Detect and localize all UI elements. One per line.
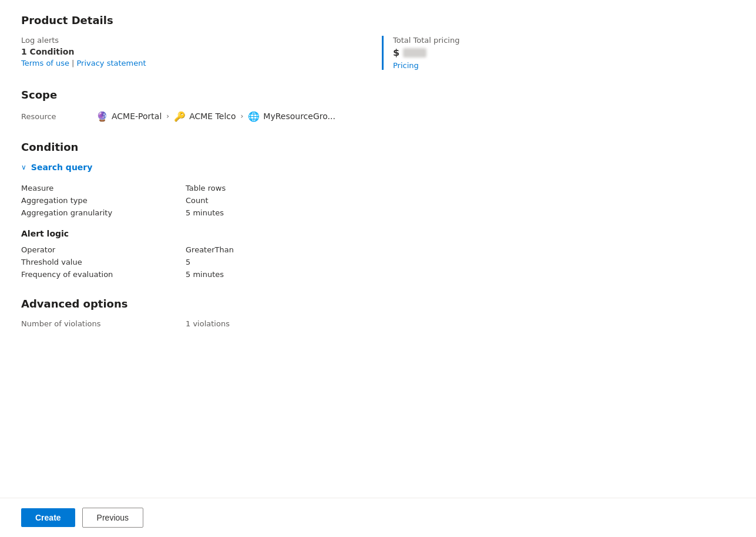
resource-label: Resource bbox=[21, 112, 92, 121]
threshold-row: Threshold value 5 bbox=[21, 258, 735, 266]
create-button[interactable]: Create bbox=[21, 508, 75, 527]
acme-portal-icon: 🔮 bbox=[96, 110, 108, 122]
search-query-link[interactable]: Search query bbox=[31, 163, 93, 172]
frequency-value: 5 minutes bbox=[186, 270, 224, 279]
scope-title: Scope bbox=[21, 89, 735, 101]
previous-button[interactable]: Previous bbox=[82, 508, 143, 528]
links-row: Terms of use | Privacy statement bbox=[21, 59, 363, 67]
alert-logic-title: Alert logic bbox=[21, 229, 735, 238]
resource-item-1: 🔑 ACME Telco bbox=[174, 110, 236, 122]
violations-label: Number of violations bbox=[21, 319, 186, 328]
pricing-link[interactable]: Pricing bbox=[393, 61, 419, 70]
product-details-title: Product Details bbox=[21, 14, 735, 26]
aggregation-type-label: Aggregation type bbox=[21, 196, 186, 205]
product-col-left: Log alerts 1 Condition Terms of use | Pr… bbox=[21, 36, 382, 70]
product-details-section: Product Details Log alerts 1 Condition T… bbox=[21, 14, 735, 70]
price-row: $ bbox=[393, 47, 735, 58]
scope-section: Scope Resource 🔮 ACME-Portal › 🔑 ACME Te… bbox=[21, 89, 735, 122]
operator-label: Operator bbox=[21, 245, 186, 254]
aggregation-granularity-label: Aggregation granularity bbox=[21, 208, 186, 217]
violations-value: 1 violations bbox=[186, 319, 230, 328]
aggregation-type-value: Count bbox=[186, 196, 209, 205]
condition-section: Condition ∨ Search query Measure Table r… bbox=[21, 141, 735, 279]
privacy-statement-link[interactable]: Privacy statement bbox=[76, 59, 146, 67]
alert-logic-subsection: Alert logic Operator GreaterThan Thresho… bbox=[21, 229, 735, 279]
resource-group-name: MyResourceGro... bbox=[263, 112, 335, 121]
aggregation-type-row: Aggregation type Count bbox=[21, 196, 735, 205]
main-content: Product Details Log alerts 1 Condition T… bbox=[0, 0, 756, 537]
product-col-right: Total Total pricing $ Pricing bbox=[382, 36, 735, 70]
advanced-options-title: Advanced options bbox=[21, 298, 735, 310]
resource-group-icon: 🌐 bbox=[248, 110, 260, 122]
acme-telco-icon: 🔑 bbox=[174, 110, 186, 122]
link-separator: | bbox=[72, 59, 74, 67]
total-pricing-label: Total Total pricing bbox=[393, 36, 735, 45]
violations-row: Number of violations 1 violations bbox=[21, 319, 735, 328]
threshold-value: 5 bbox=[186, 258, 190, 266]
price-value-blur bbox=[403, 48, 426, 58]
price-dollar-symbol: $ bbox=[393, 47, 399, 58]
condition-count: 1 Condition bbox=[21, 47, 363, 56]
chevron-down-icon: ∨ bbox=[21, 163, 26, 171]
measure-label: Measure bbox=[21, 184, 186, 192]
condition-title: Condition bbox=[21, 141, 735, 153]
operator-value: GreaterThan bbox=[186, 245, 234, 254]
aggregation-granularity-row: Aggregation granularity 5 minutes bbox=[21, 208, 735, 217]
measure-row: Measure Table rows bbox=[21, 184, 735, 192]
resource-item-2: 🌐 MyResourceGro... bbox=[248, 110, 335, 122]
measure-section: Measure Table rows Aggregation type Coun… bbox=[21, 184, 735, 217]
operator-row: Operator GreaterThan bbox=[21, 245, 735, 254]
terms-of-use-link[interactable]: Terms of use bbox=[21, 59, 69, 67]
frequency-row: Frequency of evaluation 5 minutes bbox=[21, 270, 735, 279]
aggregation-granularity-value: 5 minutes bbox=[186, 208, 224, 217]
footer: Create Previous bbox=[0, 498, 756, 537]
product-details-grid: Log alerts 1 Condition Terms of use | Pr… bbox=[21, 36, 735, 70]
chevron-right-icon-1: › bbox=[166, 112, 169, 120]
resource-item-0: 🔮 ACME-Portal bbox=[96, 110, 162, 122]
acme-portal-name: ACME-Portal bbox=[112, 112, 162, 121]
chevron-right-icon-2: › bbox=[241, 112, 244, 120]
advanced-options-section: Advanced options Number of violations 1 … bbox=[21, 298, 735, 328]
threshold-label: Threshold value bbox=[21, 258, 186, 266]
resource-row: Resource 🔮 ACME-Portal › 🔑 ACME Telco › … bbox=[21, 110, 735, 122]
log-alerts-label: Log alerts bbox=[21, 36, 363, 45]
measure-value: Table rows bbox=[186, 184, 226, 192]
frequency-label: Frequency of evaluation bbox=[21, 270, 186, 279]
acme-telco-name: ACME Telco bbox=[189, 112, 236, 121]
search-query-row[interactable]: ∨ Search query bbox=[21, 163, 735, 172]
